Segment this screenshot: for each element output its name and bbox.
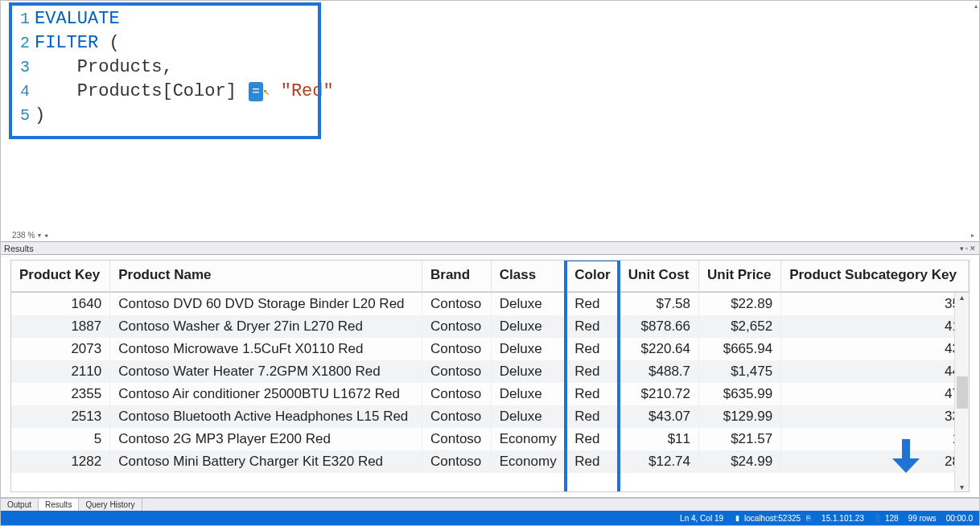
results-grid[interactable]: Product KeyProduct NameBrandClassColorUn… <box>10 260 970 492</box>
table-cell[interactable]: Deluxe <box>491 292 566 315</box>
panel-dropdown-icon[interactable]: ▾ <box>960 245 964 253</box>
scroll-up-arrow-icon[interactable]: ▴ <box>960 293 964 302</box>
table-cell[interactable]: $11 <box>620 428 698 450</box>
table-cell[interactable]: Contoso <box>422 338 491 360</box>
table-cell[interactable]: Contoso Water Heater 7.2GPM X1800 Red <box>110 360 422 383</box>
table-cell[interactable]: 28 <box>781 450 969 473</box>
table-cell[interactable]: 1887 <box>11 315 110 338</box>
zoom-indicator[interactable]: 238 % ▾ ◂ <box>12 231 47 240</box>
column-header[interactable]: Color <box>566 261 620 292</box>
code-editor-pane[interactable]: 1EVALUATE2FILTER (3 Products,4 Products[… <box>1 1 979 242</box>
table-cell[interactable]: Red <box>566 383 620 405</box>
table-cell[interactable]: Contoso <box>422 292 491 315</box>
table-cell[interactable]: $2,652 <box>699 315 781 338</box>
table-cell[interactable]: Contoso <box>422 405 491 428</box>
column-header[interactable]: Brand <box>422 261 491 292</box>
table-cell[interactable]: Contoso <box>422 383 491 405</box>
table-cell[interactable]: $24.99 <box>699 450 781 473</box>
table-row[interactable]: 1887Contoso Washer & Dryer 27in L270 Red… <box>11 315 969 338</box>
table-cell[interactable]: Red <box>566 315 620 338</box>
table-cell[interactable]: 1 <box>781 428 969 450</box>
scroll-left-icon[interactable]: ◂ <box>44 232 47 239</box>
table-cell[interactable]: 44 <box>781 360 969 383</box>
table-cell[interactable]: Contoso DVD 60 DVD Storage Binder L20 Re… <box>110 292 422 315</box>
table-cell[interactable]: 35 <box>781 292 969 315</box>
table-cell[interactable]: $43.07 <box>620 405 698 428</box>
code-area[interactable]: 1EVALUATE2FILTER (3 Products,4 Products[… <box>15 7 334 128</box>
table-cell[interactable]: Deluxe <box>491 338 566 360</box>
tab-query-history[interactable]: Query History <box>79 499 142 511</box>
table-cell[interactable]: Contoso <box>422 315 491 338</box>
table-cell[interactable]: $488.7 <box>620 360 698 383</box>
column-header[interactable]: Product Name <box>110 261 422 292</box>
table-cell[interactable]: Red <box>566 428 620 450</box>
table-cell[interactable]: Contoso <box>422 428 491 450</box>
code-line[interactable]: 3 Products, <box>15 55 334 80</box>
table-cell[interactable]: Contoso Air conditioner 25000BTU L1672 R… <box>110 383 422 405</box>
table-cell[interactable]: 33 <box>781 405 969 428</box>
panel-pin-icon[interactable]: ▫ <box>966 245 968 253</box>
results-panel-header[interactable]: Results ▾ ▫ ✕ <box>1 242 979 255</box>
table-row[interactable]: 5Contoso 2G MP3 Player E200 RedContosoEc… <box>11 428 969 450</box>
table-row[interactable]: 2355Contoso Air conditioner 25000BTU L16… <box>11 383 969 405</box>
vertical-scrollbar[interactable]: ▴ ▾ <box>954 293 969 491</box>
table-cell[interactable]: $210.72 <box>620 383 698 405</box>
table-cell[interactable]: Contoso Mini Battery Charger Kit E320 Re… <box>110 450 422 473</box>
column-header[interactable]: Product Subcategory Key <box>781 261 969 292</box>
table-row[interactable]: 1640Contoso DVD 60 DVD Storage Binder L2… <box>11 292 969 315</box>
table-cell[interactable]: Red <box>566 360 620 383</box>
table-cell[interactable]: Deluxe <box>491 315 566 338</box>
table-row[interactable]: 2073Contoso Microwave 1.5CuFt X0110 RedC… <box>11 338 969 360</box>
code-line[interactable]: 4 Products[Color] =↖ "Red" <box>15 80 334 104</box>
scroll-up-icon[interactable]: ▴ <box>974 2 978 10</box>
table-cell[interactable]: Red <box>566 405 620 428</box>
zoom-dropdown-icon[interactable]: ▾ <box>38 232 41 239</box>
table-cell[interactable]: 43 <box>781 338 969 360</box>
table-cell[interactable]: 1282 <box>11 450 110 473</box>
table-cell[interactable]: Contoso Washer & Dryer 27in L270 Red <box>110 315 422 338</box>
column-header[interactable]: Unit Price <box>699 261 781 292</box>
table-cell[interactable]: 41 <box>781 315 969 338</box>
table-cell[interactable]: 2110 <box>11 360 110 383</box>
table-cell[interactable]: $878.66 <box>620 315 698 338</box>
code-line[interactable]: 5) <box>15 104 334 128</box>
column-header[interactable]: Product Key <box>11 261 110 292</box>
table-cell[interactable]: 1640 <box>11 292 110 315</box>
table-row[interactable]: 1282Contoso Mini Battery Charger Kit E32… <box>11 450 969 473</box>
table-cell[interactable]: Red <box>566 292 620 315</box>
table-cell[interactable]: Red <box>566 338 620 360</box>
scrollbar-thumb[interactable] <box>957 376 968 409</box>
table-cell[interactable]: Contoso Bluetooth Active Headphones L15 … <box>110 405 422 428</box>
table-cell[interactable]: Economy <box>491 428 566 450</box>
table-cell[interactable]: 2073 <box>11 338 110 360</box>
table-cell[interactable]: $665.94 <box>699 338 781 360</box>
table-cell[interactable]: $635.99 <box>699 383 781 405</box>
table-cell[interactable]: $21.57 <box>699 428 781 450</box>
panel-close-icon[interactable]: ✕ <box>970 245 976 253</box>
table-cell[interactable]: Economy <box>491 450 566 473</box>
column-header[interactable]: Unit Cost <box>620 261 698 292</box>
column-header[interactable]: Class <box>491 261 566 292</box>
table-cell[interactable]: Red <box>566 450 620 473</box>
table-cell[interactable]: Contoso 2G MP3 Player E200 Red <box>110 428 422 450</box>
table-cell[interactable]: 2513 <box>11 405 110 428</box>
tab-output[interactable]: Output <box>1 499 39 511</box>
code-line[interactable]: 2FILTER ( <box>15 31 334 55</box>
table-cell[interactable]: 5 <box>11 428 110 450</box>
table-cell[interactable]: $22.89 <box>699 292 781 315</box>
scroll-right-icon[interactable]: ▸ <box>968 230 978 240</box>
table-cell[interactable]: $7.58 <box>620 292 698 315</box>
table-row[interactable]: 2513Contoso Bluetooth Active Headphones … <box>11 405 969 428</box>
table-cell[interactable]: $129.99 <box>699 405 781 428</box>
table-cell[interactable]: 2355 <box>11 383 110 405</box>
table-cell[interactable]: Contoso <box>422 450 491 473</box>
table-cell[interactable]: Deluxe <box>491 383 566 405</box>
table-cell[interactable]: Contoso Microwave 1.5CuFt X0110 Red <box>110 338 422 360</box>
table-row[interactable]: 2110Contoso Water Heater 7.2GPM X1800 Re… <box>11 360 969 383</box>
table-cell[interactable]: Contoso <box>422 360 491 383</box>
table-cell[interactable]: $1,475 <box>699 360 781 383</box>
table-cell[interactable]: 47 <box>781 383 969 405</box>
table-cell[interactable]: $220.64 <box>620 338 698 360</box>
tab-results[interactable]: Results <box>39 499 79 511</box>
scroll-down-arrow-icon[interactable]: ▾ <box>960 483 964 491</box>
